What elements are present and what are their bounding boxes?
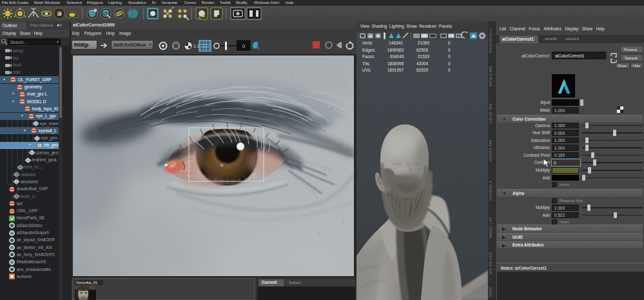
svg-text:0: 0 <box>242 43 245 49</box>
svg-text:1:1: 1:1 <box>193 44 200 48</box>
